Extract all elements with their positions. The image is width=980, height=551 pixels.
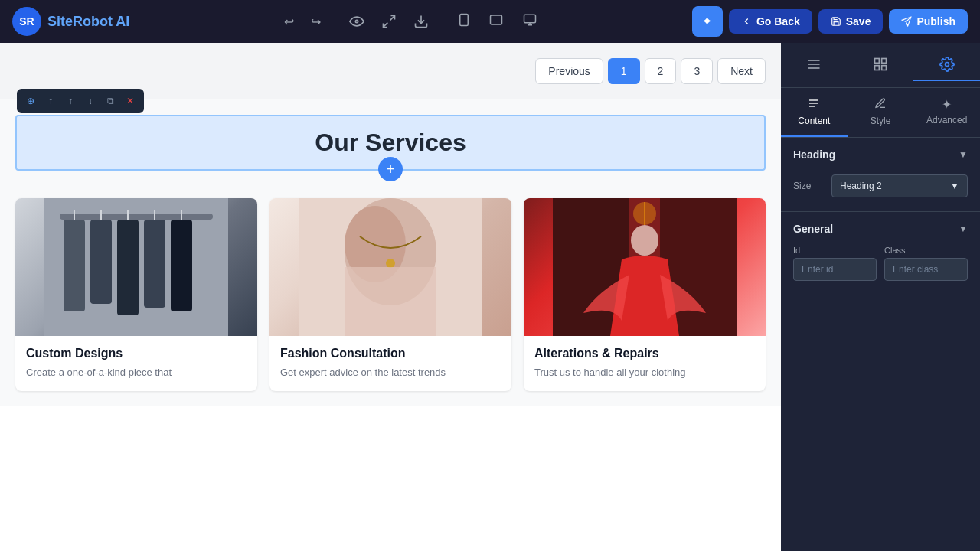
size-label: Size [793,181,824,191]
service-card-2: Fashion Consultation Get expert advice o… [270,198,511,391]
topbar-right: ✦ Go Back Save Publish [692,6,968,37]
panel-layers-tab[interactable] [781,49,848,81]
size-row: Size Heading 2 ▼ [793,171,968,201]
move-icon[interactable]: ⊕ [21,92,40,110]
svg-rect-14 [117,220,139,315]
right-panel: Content Style ✦ Advanced Heading [781,43,980,551]
undo-button[interactable]: ↩ [278,10,300,34]
panel-content: Heading ▼ Size Heading 2 ▼ General [781,138,980,551]
panel-settings-tab[interactable] [913,49,980,81]
panel-content-tabs: Content Style ✦ Advanced [781,88,980,138]
align-top-button[interactable]: ↑ [41,92,60,110]
service-image-1 [15,198,257,336]
svg-line-1 [390,16,394,21]
content-tab-icon [808,97,820,112]
service-card-2-body: Fashion Consultation Get expert advice o… [270,336,511,391]
heading-section: Heading ▼ Size Heading 2 ▼ [781,138,980,212]
fullscreen-button[interactable] [375,9,403,34]
service-image-2 [270,198,511,336]
main-layout: Previous 1 2 3 Next ⊕ ↑ ↑ ↓ ⧉ ✕ [0,43,980,551]
logo-area: SR SiteRobot AI [12,7,129,36]
size-value: Heading 2 [840,181,882,191]
class-field-label: Class [884,246,968,255]
services-heading: Our Services [29,129,752,157]
toolbar-separator-2 [443,12,443,31]
publish-button[interactable]: Publish [889,9,968,34]
id-class-row: Id Class [793,246,968,281]
duplicate-button[interactable]: ⧉ [101,92,119,110]
svg-rect-16 [171,220,192,311]
canvas-area: Previous 1 2 3 Next ⊕ ↑ ↑ ↓ ⧉ ✕ [0,43,781,551]
service-card-1: Custom Designs Create a one-of-a-kind pi… [15,198,257,391]
style-tab-icon [874,97,887,112]
svg-rect-15 [144,220,165,308]
redo-button[interactable]: ↪ [305,10,327,34]
service-1-title: Custom Designs [26,347,247,360]
panel-icon-tabs [781,43,980,88]
general-chevron-icon: ▼ [959,223,968,234]
heading-section-body: Size Heading 2 ▼ [781,171,980,211]
mobile-view-button[interactable] [451,8,477,35]
svg-rect-38 [875,66,880,70]
desktop-view-button[interactable] [515,8,544,34]
general-section-body: Id Class [781,246,980,292]
services-grid: Custom Designs Create a one-of-a-kind pi… [15,183,766,391]
tablet-view-button[interactable] [482,8,511,34]
svg-rect-6 [490,15,501,24]
next-button[interactable]: Next [717,58,766,84]
service-3-desc: Trust us to handle all your clothing [534,365,755,380]
general-section-title: General [793,223,833,235]
class-input[interactable] [884,258,968,281]
save-button[interactable]: Save [818,9,884,34]
advanced-tab[interactable]: ✦ Advanced [913,88,980,137]
topbar: SR SiteRobot AI ↩ ↪ [0,0,980,43]
preview-button[interactable] [343,9,371,34]
size-select[interactable]: Heading 2 ▼ [831,174,968,197]
download-button[interactable] [407,9,435,34]
size-select-chevron: ▼ [950,181,959,191]
heading-section-title: Heading [793,148,835,161]
content-tab-label: Content [798,116,830,126]
service-2-desc: Get expert advice on the latest trends [280,365,501,380]
page-3-button[interactable]: 3 [681,58,713,84]
services-section: ⊕ ↑ ↑ ↓ ⧉ ✕ Our Services + [0,99,781,406]
id-input[interactable] [793,258,877,281]
heading-container[interactable]: ⊕ ↑ ↑ ↓ ⧉ ✕ Our Services + [15,115,766,171]
content-tab[interactable]: Content [781,88,848,137]
svg-point-0 [355,20,358,22]
svg-rect-13 [90,220,112,304]
general-section: General ▼ Id Class [781,212,980,292]
svg-rect-36 [875,59,880,64]
advanced-tab-icon: ✦ [942,97,952,112]
id-field-group: Id [793,246,877,281]
svg-rect-11 [60,214,213,220]
general-section-header[interactable]: General ▼ [781,212,980,246]
floating-toolbar: ⊕ ↑ ↑ ↓ ⧉ ✕ [17,89,144,113]
previous-button[interactable]: Previous [535,58,603,84]
page-2-button[interactable]: 2 [645,58,677,84]
class-field-group: Class [884,246,968,281]
go-back-button[interactable]: Go Back [729,9,812,34]
delete-button[interactable]: ✕ [121,92,139,110]
style-tab[interactable]: Style [848,88,914,137]
page-1-button[interactable]: 1 [608,58,640,84]
logo-icon-text: SR [19,15,34,28]
move-up-button[interactable]: ↑ [61,92,80,110]
svg-point-40 [945,63,949,67]
svg-point-25 [386,259,395,268]
add-element-button[interactable]: + [378,157,403,181]
service-card-1-body: Custom Designs Create a one-of-a-kind pi… [15,336,257,391]
toolbar-center: ↩ ↪ [278,8,544,35]
move-down-button[interactable]: ↓ [81,92,100,110]
advanced-tab-label: Advanced [926,115,967,126]
svg-point-32 [631,225,658,256]
toolbar-separator-1 [335,12,335,31]
svg-line-2 [383,23,387,28]
svg-rect-39 [882,66,887,70]
heading-chevron-icon: ▼ [959,149,968,160]
service-2-title: Fashion Consultation [280,347,501,360]
panel-pages-tab[interactable] [848,49,914,81]
logo-text: SiteRobot AI [47,14,129,30]
heading-section-header[interactable]: Heading ▼ [781,138,980,171]
ai-button[interactable]: ✦ [692,6,723,37]
